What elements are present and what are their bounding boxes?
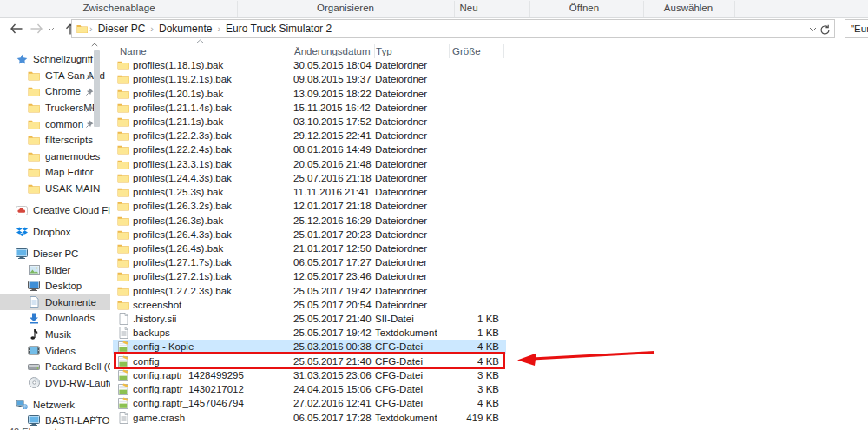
file-row-config-raptr-1457046794[interactable]: config.raptr_145704679427.02.2016 12:41C… (113, 396, 506, 410)
sidebar-item-label: Schnellzugriff (33, 54, 93, 64)
file-type: Dateiordner (375, 144, 450, 155)
file-row-profiles-1-20-1s-bak[interactable]: profiles(1.20.1s).bak13.09.2015 18:22Dat… (113, 86, 506, 100)
file-name: screenshot (133, 300, 293, 310)
file-row-profiles-1-26-4s-bak[interactable]: profiles(1.26.4s).bak21.01.2017 12:50Dat… (113, 241, 506, 255)
address-chevron-icon[interactable] (809, 27, 817, 32)
sidebar-item-packard-bell-c[interactable]: Packard Bell (C:) (0, 359, 110, 375)
file-name: profiles(1.21.1.4s).bak (133, 103, 293, 113)
sidebar-item-filterscripts[interactable]: filterscripts (0, 132, 110, 149)
sidebar-item-dropbox[interactable]: Dropbox (0, 224, 110, 241)
file-type: Textdokument (375, 327, 450, 338)
text-file-icon (117, 412, 129, 424)
file-date: 21.01.2017 12:50 (293, 243, 375, 254)
file-row-profiles-1-21-1s-bak[interactable]: profiles(1.21.1s).bak03.10.2015 17:52Dat… (113, 115, 506, 129)
file-row-profiles-1-22-2-3s-bak[interactable]: profiles(1.22.2.3s).bak29.12.2015 22:41D… (113, 129, 506, 142)
history-dropdown-button[interactable] (45, 18, 57, 39)
file-row-config-raptr-1430217012[interactable]: config.raptr_143021701224.04.2015 15:06C… (113, 382, 506, 396)
file-size: 419 KB (450, 413, 499, 423)
sidebar-item-map-editor[interactable]: Map Editor (0, 164, 110, 181)
file-row-profiles-1-27-2-1s-bak[interactable]: profiles(1.27.2.1s).bak12.05.2017 23:46D… (113, 269, 506, 283)
file-row-profiles-1-27-1-7s-bak[interactable]: profiles(1.27.1.7s).bak06.05.2017 17:27D… (113, 255, 506, 269)
file-rows: profiles(1.18.1s).bak30.05.2015 18:04Dat… (113, 58, 506, 425)
breadcrumb-item-dokumente[interactable]: Dokumente (155, 23, 215, 35)
file-row-profiles-1-18-1s-bak[interactable]: profiles(1.18.1s).bak30.05.2015 18:04Dat… (113, 58, 506, 72)
file-type: Dateiordner (375, 89, 450, 99)
file-row-game-crash[interactable]: game.crash06.05.2017 17:28Textdokument41… (113, 410, 506, 424)
folder-icon (117, 130, 129, 141)
refresh-button[interactable] (819, 24, 831, 36)
sidebar-item-gamemodes[interactable]: gamemodes (0, 149, 110, 165)
file-name: profiles(1.25.3s).bak (133, 187, 293, 197)
file-date: 25.07.2016 21:18 (293, 173, 375, 183)
folder-icon (27, 119, 41, 129)
column-header-date[interactable]: Änderungsdatum (293, 44, 375, 58)
search-input[interactable] (845, 19, 868, 38)
file-row-profiles-1-25-3s-bak[interactable]: profiles(1.25.3s).bak11.11.2016 21:41Dat… (113, 185, 506, 199)
file-row-profiles-1-21-1-4s-bak[interactable]: profiles(1.21.1.4s).bak15.11.2015 16:42D… (113, 101, 506, 115)
file-type: CFG-Datei (375, 398, 450, 408)
column-header-type[interactable]: Typ (375, 44, 450, 58)
sidebar-item-desktop[interactable]: Desktop (0, 278, 110, 294)
file-list: Name Änderungsdatum Typ Größe profiles(1… (113, 43, 504, 58)
network-icon (15, 400, 29, 410)
dvd-icon (27, 377, 41, 388)
sidebar-item-dokumente[interactable]: Dokumente (0, 294, 110, 310)
folder-icon (117, 116, 129, 127)
file-size: 1 KB (450, 314, 499, 324)
back-button[interactable] (6, 18, 25, 39)
file-row-profiles-1-23-3-1s-bak[interactable]: profiles(1.23.3.1s).bak20.05.2016 21:48D… (113, 157, 506, 171)
file-row-profiles-1-27-2-3s-bak[interactable]: profiles(1.27.2.3s).bak25.05.2017 19:42D… (113, 284, 506, 298)
sidebar-scrollbar-thumb[interactable] (94, 50, 100, 127)
file-row-profiles-1-26-3s-bak[interactable]: profiles(1.26.3s).bak25.12.2016 16:29Dat… (113, 213, 506, 227)
sidebar-item-usak-main[interactable]: USAK MAIN (0, 181, 110, 197)
column-header-name[interactable]: Name (113, 44, 293, 58)
sidebar-scrollbar-down[interactable] (91, 415, 98, 420)
sidebar-item-downloads[interactable]: Downloads (0, 310, 110, 327)
file-name: config.raptr_1457046794 (133, 398, 293, 408)
file-row-history-sii[interactable]: .history.sii25.05.2017 21:40SII-Datei1 K… (113, 312, 506, 326)
folder-icon (27, 151, 41, 162)
column-header-size[interactable]: Größe (450, 44, 504, 58)
sidebar-item-videos[interactable]: Videos (0, 342, 110, 359)
breadcrumb-separator-icon: › (148, 23, 155, 34)
cfg-file-icon (117, 369, 129, 381)
file-name: profiles(1.21.1s).bak (133, 116, 293, 127)
file-type: CFG-Datei (375, 370, 450, 380)
sidebar-item-dieser-pc[interactable]: Dieser PC (0, 246, 110, 262)
folder-icon (27, 135, 41, 145)
text-file-icon (117, 327, 129, 339)
cfg-file-icon (117, 397, 129, 409)
file-row-screenshot[interactable]: screenshot25.05.2017 20:54Dateiordner (113, 298, 506, 312)
breadcrumb-item-dieser-pc[interactable]: Dieser PC (95, 23, 149, 35)
file-row-profiles-1-22-2-4s-bak[interactable]: profiles(1.22.2.4s).bak08.01.2016 14:49D… (113, 142, 506, 156)
forward-button[interactable] (27, 18, 46, 39)
folder-icon (117, 286, 129, 296)
sidebar-item-dvd-rw-laufwe[interactable]: DVD-RW-Laufwe (0, 374, 110, 391)
file-type: Dateiordner (375, 130, 450, 141)
file-name: backups (133, 327, 293, 338)
ribbon-group-auswählen: Auswählen (664, 0, 713, 17)
cfg-file-icon (117, 383, 129, 395)
sidebar-scrollbar-up[interactable] (91, 43, 98, 47)
ribbon-group-zwischenablage: Zwischenablage (82, 0, 155, 17)
file-row-profiles-1-26-4-3s-bak[interactable]: profiles(1.26.4.3s).bak25.01.2017 20:23D… (113, 228, 506, 241)
pictures-icon (27, 265, 41, 275)
file-row-profiles-1-19-2-1s-bak[interactable]: profiles(1.19.2.1s).bak09.08.2015 19:37D… (113, 72, 506, 86)
sidebar-item-creative-cloud-fil[interactable]: Creative Cloud Fil (0, 202, 110, 219)
file-row-config-raptr-1428499295[interactable]: config.raptr_142849929531.03.2015 23:06C… (113, 368, 506, 382)
folder-icon (27, 70, 41, 81)
sidebar-item-musik[interactable]: Musik (0, 327, 110, 343)
ribbon-separator (734, 1, 735, 17)
file-type: Dateiordner (375, 201, 450, 211)
file-size: 3 KB (450, 370, 499, 380)
sidebar-item-label: Dropbox (33, 227, 70, 237)
sidebar-item-netzwerk[interactable]: Netzwerk (0, 396, 110, 413)
address-bar[interactable]: ›Dieser PC›Dokumente›Euro Truck Simulato… (71, 19, 835, 38)
file-row-backups[interactable]: backups25.05.2017 19:42Textdokument1 KB (113, 326, 506, 340)
breadcrumb-item-euro-truck-simulator-2[interactable]: Euro Truck Simulator 2 (222, 23, 335, 35)
file-row-profiles-1-26-3-2s-bak[interactable]: profiles(1.26.3.2s).bak12.01.2017 21:18D… (113, 199, 506, 213)
ribbon-separator (454, 1, 455, 17)
file-date: 11.11.2016 21:41 (293, 187, 375, 197)
sidebar-item-bilder[interactable]: Bilder (0, 261, 110, 278)
file-row-profiles-1-24-4-3s-bak[interactable]: profiles(1.24.4.3s).bak25.07.2016 21:18D… (113, 171, 506, 185)
